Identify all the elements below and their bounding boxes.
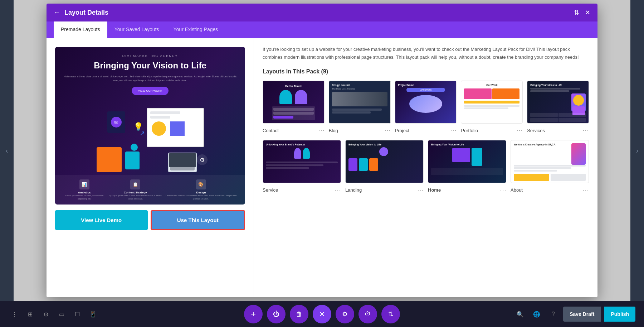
layout-thumb-landing: Bringing Your Vision to Life [345, 140, 424, 183]
toolbar-globe-icon[interactable]: 🌐 [530, 308, 543, 321]
portfolio-dots[interactable]: ⋯ [516, 126, 523, 134]
layout-item-services[interactable]: Bringing Your Ideas to Life [527, 81, 589, 134]
layout-item-contact[interactable]: Get In Touch Co [263, 81, 325, 134]
toolbar-sort-button[interactable]: ⇅ [381, 305, 400, 323]
sort-icon[interactable]: ⇅ [574, 9, 579, 16]
project-name: Project [395, 128, 409, 133]
back-icon[interactable]: ← [54, 9, 60, 16]
diagram-circle [152, 121, 166, 136]
save-draft-button[interactable]: Save Draft [563, 307, 601, 322]
layout-thumb-about: We Are a Creative Agency In SF,CA [511, 140, 589, 183]
layout-item-landing[interactable]: Bringing Your Vision to Life Lan [345, 140, 424, 194]
portfolio-block-2 [492, 88, 519, 99]
toolbar-search-icon[interactable]: ⊙ [40, 308, 52, 320]
preview-title: Bringing Your Vision to Life [62, 61, 238, 71]
contact-dots[interactable]: ⋯ [318, 126, 325, 134]
diagram-square [170, 121, 185, 136]
description-text: If you're looking to set up a website fo… [263, 45, 589, 61]
services-grid [530, 113, 586, 122]
about-name: About [511, 187, 523, 193]
toolbar-history-button[interactable]: ⏱ [358, 305, 377, 323]
layout-item-home[interactable]: Bringing Your Vision to Life Home ⋯ [428, 140, 506, 194]
landing-dots[interactable]: ⋯ [417, 186, 424, 194]
tab-saved[interactable]: Your Saved Layouts [107, 21, 166, 38]
toolbar-menu-icon[interactable]: ⋮ [9, 308, 20, 320]
layout-item-blog[interactable]: Design Journal The Road Less Traveled Bl… [329, 81, 391, 134]
project-dots[interactable]: ⋯ [450, 126, 457, 134]
landing-avatar [348, 147, 420, 156]
toolbar-desktop-icon[interactable]: ▭ [56, 308, 67, 320]
portfolio-name: Portfolio [461, 128, 478, 133]
portfolio-layout-footer: Portfolio ⋯ [461, 126, 523, 134]
project-thumb-title: Project Name [398, 84, 454, 86]
about-bottom [514, 174, 586, 181]
modal-title: Layout Details [64, 9, 108, 16]
tab-existing[interactable]: Your Existing Pages [166, 21, 225, 38]
about-person [571, 143, 586, 165]
person-shape: ✉ [107, 111, 125, 133]
service-name: Service [263, 187, 278, 193]
preview-image: DIVI MARKETING AGENCY Bringing Your Visi… [55, 47, 245, 205]
teal-person [125, 144, 143, 172]
action-buttons: View Live Demo Use This Layout [55, 210, 245, 230]
toolbar-grid-icon[interactable]: ⊞ [24, 308, 36, 320]
layout-item-portfolio[interactable]: Our Work Portfoli [461, 81, 523, 134]
preview-cta-button[interactable]: VIEW OUR WORK [132, 87, 169, 95]
home-dots[interactable]: ⋯ [500, 186, 506, 194]
toolbar-settings-button[interactable]: ⚙ [336, 305, 354, 323]
portfolio-thumb-title: Our Work [464, 84, 519, 86]
landing-layout-footer: Landing ⋯ [345, 186, 424, 194]
modal: ← Layout Details ⇅ ✕ Premade Layouts You… [47, 4, 597, 297]
contact-thumb-title: Get In Touch [285, 85, 302, 88]
landing-illus [348, 158, 420, 171]
service-dots[interactable]: ⋯ [335, 186, 341, 194]
service-layout-footer: Service ⋯ [263, 186, 341, 194]
live-demo-button[interactable]: View Live Demo [55, 210, 148, 230]
project-btn: LEARN MORE [406, 88, 445, 92]
close-icon[interactable]: ✕ [585, 9, 590, 16]
orange-block [97, 147, 122, 172]
toolbar-trash-button[interactable]: 🗑 [290, 305, 308, 323]
toolbar-add-button[interactable]: + [244, 305, 263, 323]
layout-item-service[interactable]: Unlocking Your Brand's Potential Service [263, 140, 341, 194]
toolbar-help-icon[interactable]: ? [547, 308, 560, 321]
use-layout-button[interactable]: Use This Layout [151, 210, 245, 230]
toolbar-search-right-icon[interactable]: 🔍 [514, 308, 527, 321]
layout-item-about[interactable]: We Are a Creative Agency In SF,CA About [511, 140, 589, 194]
whiteboard-line2 [150, 116, 170, 119]
services-name: Services [527, 128, 545, 133]
analytics-icon-box: 📊 [79, 179, 89, 189]
services-dots[interactable]: ⋯ [582, 126, 589, 134]
bottom-icon-strategy: 📋 Content Strategy Quisque ipsum vide ut… [107, 179, 164, 200]
service-person-2 [303, 148, 310, 159]
blog-thumb-subtitle: The Road Less Traveled [332, 88, 387, 90]
strategy-icon-box: 📋 [130, 179, 140, 189]
pack-title: Layouts In This Pack (9) [263, 68, 589, 75]
services-layout-footer: Services ⋯ [527, 126, 589, 134]
layout-item-project[interactable]: Project Name LEARN MORE Project ⋯ [395, 81, 457, 134]
service-people [266, 148, 338, 159]
service-person-1 [294, 148, 301, 159]
layout-thumb-service: Unlocking Your Brand's Potential [263, 140, 341, 183]
blog-dots[interactable]: ⋯ [384, 126, 391, 134]
preview-content: DIVI MARKETING AGENCY Bringing Your Visi… [55, 47, 245, 102]
blog-thumb-extras [332, 109, 387, 114]
services-illus [571, 93, 586, 111]
about-dots[interactable]: ⋯ [582, 186, 589, 194]
tab-premade[interactable]: Premade Layouts [54, 21, 107, 38]
publish-button[interactable]: Publish [604, 307, 635, 322]
chat-icon: ✉ [111, 117, 122, 128]
arrow-decoration: ↗ [140, 129, 145, 137]
illustration-shapes: ✉ [97, 108, 204, 172]
toolbar-mobile-icon[interactable]: 📱 [87, 308, 99, 320]
modal-body: DIVI MARKETING AGENCY Bringing Your Visi… [47, 38, 597, 297]
design-text: Laoreet non nisi nec suspendisse tortor … [164, 194, 238, 200]
preview-illustration: ✉ [55, 101, 245, 179]
toolbar-tablet-icon[interactable]: ☐ [72, 308, 83, 320]
agency-label: DIVI MARKETING AGENCY [62, 54, 238, 58]
design-icon-box: 🎨 [196, 179, 206, 189]
layout-thumb-home: Bringing Your Vision to Life [428, 140, 506, 183]
toolbar-power-button[interactable]: ⏻ [267, 305, 286, 323]
toolbar-close-button[interactable]: ✕ [313, 305, 331, 323]
services-thumb-title: Bringing Your Ideas to Life [530, 84, 586, 86]
